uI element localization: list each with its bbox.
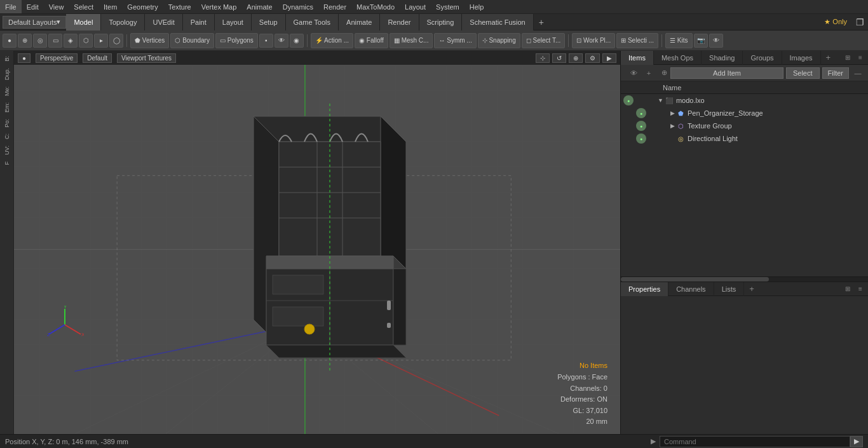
toolbar-ring-icon[interactable]: ◯ (109, 34, 123, 48)
items-eye-icon[interactable]: 👁 (627, 67, 640, 79)
add-item-button[interactable]: Add Item (670, 67, 783, 79)
items-minus-icon[interactable]: — (851, 67, 864, 79)
panel-tab-plus[interactable]: + (821, 53, 836, 62)
panel-tab-mesh-ops[interactable]: Mesh Ops (654, 51, 702, 65)
sidebar-tab-uv[interactable]: UV: (3, 143, 11, 158)
toolbar-circle-icon[interactable]: ⊕ (18, 34, 32, 48)
menu-system[interactable]: System (431, 0, 465, 13)
toolbar-rect-icon[interactable]: ▭ (48, 34, 62, 48)
command-input[interactable] (660, 436, 850, 447)
toolbar-target-icon[interactable]: ◎ (33, 34, 47, 48)
toolbar-vertices-btn[interactable]: ⬟ Vertices (130, 33, 169, 48)
tab-uvedit[interactable]: UVEdit (145, 14, 182, 31)
toolbar-selecti-btn[interactable]: ⊞ Selecti ... (616, 33, 658, 48)
menu-geometry[interactable]: Geometry (122, 0, 163, 13)
items-list-scrollbar[interactable] (621, 276, 868, 282)
item-eye-light-3[interactable] (659, 133, 669, 144)
panel-tab-shading[interactable]: Shading (702, 51, 743, 65)
item-triangle-pen[interactable]: ▶ (670, 110, 675, 116)
item-row-texture-group[interactable]: ● ▶ ⬡ Texture Group (621, 119, 868, 132)
item-row-modo-lxo[interactable]: ● ▼ ⬛ modo.lxo (621, 94, 868, 107)
viewport-bullet[interactable]: ● (18, 53, 31, 63)
viewport-textures-btn[interactable]: Viewport Textures (117, 53, 176, 63)
viewport-maximize-btn[interactable]: ▶ (602, 53, 616, 63)
toolbar-action-btn[interactable]: ⚡ Action ... (311, 33, 353, 48)
tab-model[interactable]: Model (66, 14, 101, 31)
sidebar-tab-c[interactable]: C: (3, 131, 11, 142)
sidebar-tab-f[interactable]: F (3, 159, 11, 168)
menu-animate[interactable]: Animate (241, 0, 277, 13)
toolbar-bullet-icon[interactable]: ● (3, 34, 17, 48)
item-eye-tex-1[interactable]: ● (636, 121, 646, 131)
item-eye-pen-1[interactable]: ● (636, 108, 646, 118)
tab-plus-button[interactable]: + (534, 14, 549, 31)
item-eye-light-1[interactable]: ● (636, 133, 646, 144)
viewport-fit-btn[interactable]: ⊹ (536, 53, 550, 63)
item-eye-1[interactable]: ● (623, 95, 634, 105)
prop-tab-plus[interactable]: + (744, 284, 759, 294)
toolbar-eye-icon[interactable]: 👁 (275, 34, 288, 48)
layout-dropdown[interactable]: Default Layouts (3, 16, 66, 29)
menu-file[interactable]: File (0, 0, 22, 13)
tab-schematic-fusion[interactable]: Schematic Fusion (462, 14, 533, 31)
toolbar-symm-btn[interactable]: ↔ Symm ... (434, 33, 476, 48)
toolbar-kits-btn[interactable]: ☰ Kits (665, 33, 692, 48)
viewport[interactable]: ● Perspective Default Viewport Textures … (14, 51, 620, 434)
sidebar-tab-b[interactable]: B: (3, 53, 11, 64)
tab-paint[interactable]: Paint (183, 14, 215, 31)
toolbar-diamond-icon[interactable]: ◈ (64, 34, 78, 48)
toolbar-polygons-btn[interactable]: ▭ Polygons (215, 33, 258, 48)
tab-game-tools[interactable]: Game Tools (286, 14, 339, 31)
toolbar-select-t-btn[interactable]: ◻ Select T... (522, 33, 566, 48)
viewport-settings-btn[interactable]: ⚙ (585, 53, 600, 63)
item-eye-light-2[interactable] (648, 133, 658, 144)
viewport-zoom-btn[interactable]: ⊕ (569, 53, 583, 63)
panel-settings-icon[interactable]: ≡ (855, 53, 865, 63)
toolbar-boundary-btn[interactable]: ⬡ Boundary (170, 33, 214, 48)
sidebar-tab-em[interactable]: Em: (3, 100, 11, 115)
menu-vertex-map[interactable]: Vertex Map (196, 0, 242, 13)
menu-select[interactable]: Select (69, 0, 98, 13)
toolbar-hex-icon[interactable]: ⬡ (79, 34, 93, 48)
tab-animate[interactable]: Animate (339, 14, 380, 31)
viewport-rotate-btn[interactable]: ↺ (552, 53, 566, 63)
item-triangle-modo[interactable]: ▼ (658, 97, 663, 104)
prop-settings-icon[interactable]: ≡ (855, 284, 865, 294)
item-eye-2[interactable] (635, 95, 645, 105)
items-link-icon[interactable]: ⊕ (658, 67, 670, 79)
menu-edit[interactable]: Edit (22, 0, 44, 13)
cmd-run-button[interactable]: ▶ (850, 436, 863, 447)
toolbar-cam-icon[interactable]: 📷 (694, 34, 708, 48)
tab-topology[interactable]: Topology (101, 14, 145, 31)
toolbar-mesh-btn[interactable]: ▦ Mesh C... (390, 33, 433, 48)
item-eye-3[interactable] (646, 95, 656, 105)
panel-expand-icon[interactable]: ⊞ (843, 53, 853, 63)
tab-setup[interactable]: Setup (252, 14, 286, 31)
toolbar-eye3-icon[interactable]: 👁 (709, 34, 723, 48)
viewport-canvas[interactable]: Y X Z No Items Polygons : Face Channels:… (14, 65, 620, 434)
toolbar-snapping-btn[interactable]: ⊹ Snapping (478, 33, 520, 48)
filter-button[interactable]: Filter (822, 67, 849, 79)
tab-render[interactable]: Render (380, 14, 419, 31)
menu-help[interactable]: Help (465, 0, 489, 13)
item-eye-tex-2[interactable] (648, 121, 658, 131)
item-row-directional-light[interactable]: ● ▶ ◎ Directional Light (621, 132, 868, 145)
item-eye-pen-3[interactable] (659, 108, 669, 118)
panel-tab-items[interactable]: Items (621, 51, 654, 65)
star-only-button[interactable]: ★ Only (819, 18, 852, 26)
maximize-button[interactable]: ❐ (852, 17, 868, 27)
tab-layout[interactable]: Layout (215, 14, 252, 31)
sidebar-tab-me[interactable]: Me: (3, 84, 11, 98)
item-triangle-tex[interactable]: ▶ (670, 123, 675, 129)
prop-tab-lists[interactable]: Lists (714, 282, 745, 296)
menu-dynamics[interactable]: Dynamics (278, 0, 318, 13)
toolbar-falloff-btn[interactable]: ◉ Falloff (355, 33, 388, 48)
prop-tab-properties[interactable]: Properties (621, 282, 668, 296)
item-eye-pen-2[interactable] (648, 108, 658, 118)
panel-tab-images[interactable]: Images (782, 51, 821, 65)
item-eye-tex-3[interactable] (659, 121, 669, 131)
menu-item[interactable]: Item (98, 0, 122, 13)
select-button[interactable]: Select (786, 67, 820, 79)
toolbar-work-pl-btn[interactable]: ⊡ Work Pl... (572, 33, 615, 48)
item-row-pen-organizer[interactable]: ● ▶ ⬟ Pen_Organizer_Storage (621, 107, 868, 119)
